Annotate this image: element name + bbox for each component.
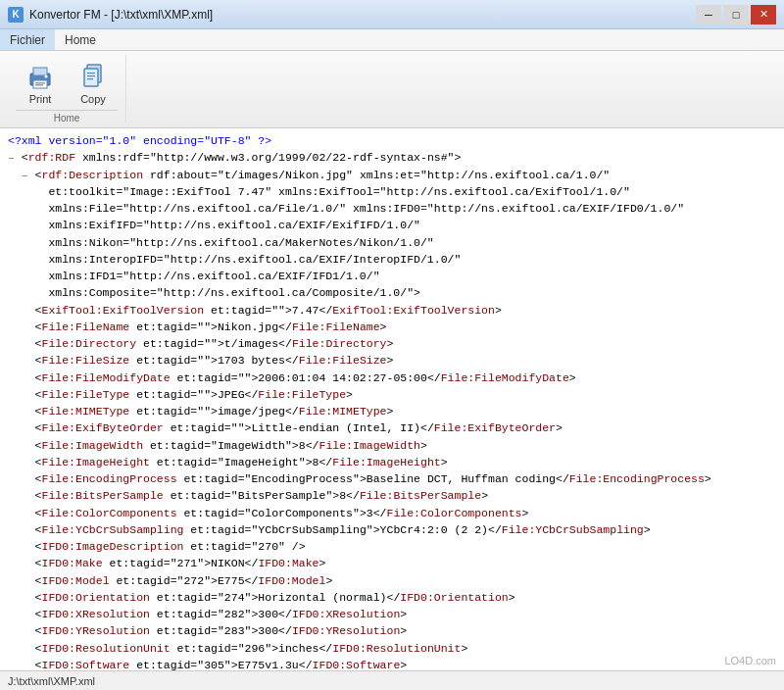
xml-line: <File:ImageHeight et:tagid="ImageHeight"… — [8, 454, 776, 470]
svg-rect-4 — [35, 84, 43, 86]
titlebar-left: K Konvertor FM - [J:\txt\xml\XMP.xml] — [8, 7, 213, 23]
close-button[interactable]: ✕ — [751, 5, 776, 25]
xml-line: <IFD0:YResolution et:tagid="283">300</IF… — [8, 622, 776, 639]
xml-line: – <rdf:RDF xmlns:rdf="http://www.w3.org/… — [8, 149, 776, 166]
xml-line: <IFD0:Orientation et:tagid="274">Horizon… — [8, 589, 776, 606]
xml-line: <File:EncodingProcess et:tagid="Encoding… — [8, 470, 776, 487]
app-icon: K — [8, 7, 24, 23]
xml-line: <IFD0:Model et:tagid="272">E775</IFD0:Mo… — [8, 572, 776, 589]
print-button[interactable]: Print — [16, 55, 65, 110]
content-area: <?xml version="1.0" encoding="UTF-8" ?>–… — [0, 128, 784, 670]
svg-rect-9 — [87, 75, 95, 76]
xml-line: <IFD0:ImageDescription et:tagid="270" /> — [8, 538, 776, 555]
ribbon-buttons: Print Copy — [16, 55, 118, 110]
titlebar-controls: ─ □ ✕ — [696, 5, 776, 25]
xml-line: xmlns:File="http://ns.exiftool.ca/File/1… — [8, 200, 776, 217]
xml-line: <File:ImageWidth et:tagid="ImageWidth">8… — [8, 437, 776, 454]
svg-rect-3 — [35, 82, 45, 84]
xml-line: xmlns:ExifIFD="http://ns.exiftool.ca/EXI… — [8, 217, 776, 233]
xml-line: <IFD0:Make et:tagid="271">NIKON</IFD0:Ma… — [8, 555, 776, 571]
xml-line: <File:YCbCrSubSampling et:tagid="YCbCrSu… — [8, 521, 776, 538]
menu-home[interactable]: Home — [55, 29, 106, 50]
xml-line: <File:MIMEType et:tagid="">image/jpeg</F… — [8, 403, 776, 419]
titlebar: K Konvertor FM - [J:\txt\xml\XMP.xml] ─ … — [0, 0, 784, 29]
xml-line: xmlns:InteropIFD="http://ns.exiftool.ca/… — [8, 251, 776, 268]
copy-icon — [77, 60, 109, 91]
status-path: J:\txt\xml\XMP.xml — [8, 675, 95, 687]
svg-rect-1 — [33, 68, 47, 75]
copy-label: Copy — [80, 93, 106, 105]
xml-line: <File:Directory et:tagid="">t/images</Fi… — [8, 335, 776, 352]
xml-line: <?xml version="1.0" encoding="UTF-8" ?> — [8, 132, 776, 149]
xml-line: – <rdf:Description rdf:about="t/images/N… — [8, 167, 776, 183]
svg-rect-8 — [87, 73, 95, 74]
svg-rect-7 — [84, 69, 98, 86]
xml-line: xmlns:Nikon="http://ns.exiftool.ca/Maker… — [8, 234, 776, 251]
statusbar: J:\txt\xml\XMP.xml — [0, 670, 784, 690]
xml-line: <IFD0:ResolutionUnit et:tagid="296">inch… — [8, 640, 776, 657]
xml-viewer[interactable]: <?xml version="1.0" encoding="UTF-8" ?>–… — [0, 128, 784, 670]
window-title: Konvertor FM - [J:\txt\xml\XMP.xml] — [29, 8, 213, 22]
xml-line: <File:ColorComponents et:tagid="ColorCom… — [8, 505, 776, 521]
ribbon-group-home: Print Copy Home — [8, 55, 126, 123]
ribbon: Print Copy Home — [0, 51, 784, 128]
xml-line: <ExifTool:ExifToolVersion et:tagid="">7.… — [8, 302, 776, 319]
svg-rect-10 — [87, 78, 93, 79]
main-window: K Konvertor FM - [J:\txt\xml\XMP.xml] ─ … — [0, 0, 784, 690]
xml-line: <IFD0:XResolution et:tagid="282">300</IF… — [8, 606, 776, 622]
xml-line: <File:BitsPerSample et:tagid="BitsPerSam… — [8, 487, 776, 504]
xml-line: <File:FileModifyDate et:tagid="">2006:01… — [8, 370, 776, 386]
minimize-button[interactable]: ─ — [696, 5, 721, 25]
xml-line: <File:FileName et:tagid="">Nikon.jpg</Fi… — [8, 319, 776, 335]
svg-point-5 — [45, 75, 48, 78]
menubar: Fichier Home — [0, 29, 784, 51]
printer-icon — [24, 60, 56, 91]
maximize-button[interactable]: □ — [723, 5, 749, 25]
xml-line: et:toolkit="Image::ExifTool 7.47" xmlns:… — [8, 183, 776, 200]
xml-line: <File:FileType et:tagid="">JPEG</File:Fi… — [8, 386, 776, 403]
xml-line: xmlns:Composite="http://ns.exiftool.ca/C… — [8, 284, 776, 301]
xml-line: <IFD0:Software et:tagid="305">E775v1.3u<… — [8, 657, 776, 670]
print-label: Print — [29, 93, 52, 105]
xml-line: xmlns:IFD1="http://ns.exiftool.ca/EXIF/I… — [8, 268, 776, 284]
copy-button[interactable]: Copy — [69, 55, 118, 110]
watermark: LO4D.com — [724, 655, 776, 666]
menu-fichier[interactable]: Fichier — [0, 29, 55, 50]
xml-line: <File:ExifByteOrder et:tagid="">Little-e… — [8, 419, 776, 436]
xml-line: <File:FileSize et:tagid="">1703 bytes</F… — [8, 352, 776, 369]
ribbon-group-label: Home — [16, 110, 118, 123]
